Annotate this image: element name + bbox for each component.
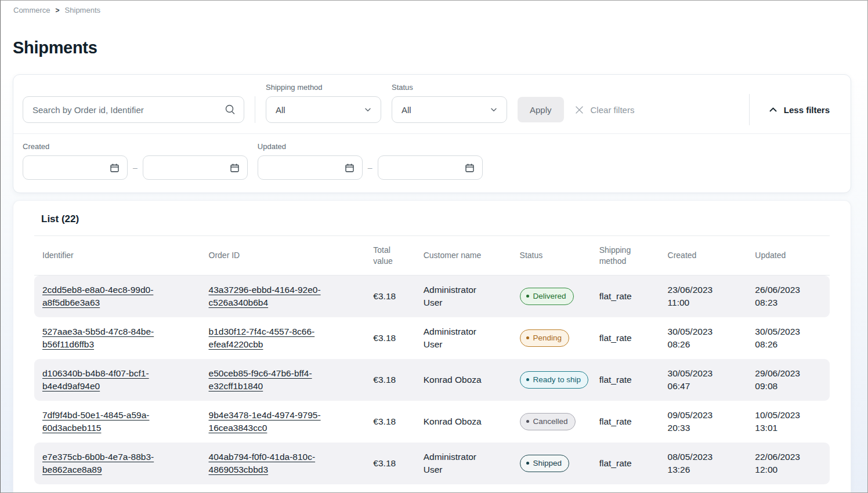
- filters-panel: Shipping method All Status All: [13, 74, 851, 193]
- table-row: 527aae3a-5b5d-47c8-84be-b56f11d6ffb3 b1d…: [34, 317, 830, 359]
- breadcrumb-separator-icon: >: [56, 6, 60, 14]
- page-title: Shipments: [13, 38, 867, 57]
- chevron-down-icon: [363, 105, 372, 114]
- shipments-table: Identifier Order ID Total value Customer…: [34, 235, 830, 484]
- status-label: Status: [392, 83, 507, 92]
- identifier-link[interactable]: 2cdd5eb8-e8a0-4ec8-99d0-a8f5db6e3a63: [42, 285, 153, 307]
- customer-name: Administrator User: [415, 444, 512, 484]
- created-at: 23/06/2023 11:00: [660, 277, 747, 317]
- column-header-shipping-method: Shipping method: [591, 245, 660, 267]
- apply-button[interactable]: Apply: [518, 97, 564, 122]
- table-header-row: Identifier Order ID Total value Customer…: [34, 236, 830, 276]
- less-filters-toggle[interactable]: Less filters: [768, 97, 830, 122]
- column-header-customer-name: Customer name: [415, 250, 512, 261]
- column-header-created: Created: [660, 250, 747, 261]
- table-row: e7e375cb-6b0b-4e7a-88b3-be862ace8a89 404…: [34, 443, 830, 484]
- total-value: €3.18: [365, 325, 415, 351]
- created-at: 09/05/2023 20:33: [660, 402, 747, 442]
- created-range-field: Created –: [23, 142, 248, 180]
- created-at: 30/05/2023 08:26: [660, 318, 747, 358]
- status-badge: Ready to ship: [520, 371, 589, 389]
- status-dot-icon: [526, 462, 529, 465]
- divider-vertical: [255, 96, 255, 123]
- order-id-link[interactable]: 9b4e3478-1e4d-4974-9795-16cea3843cc0: [209, 410, 321, 433]
- total-value: €3.18: [365, 367, 415, 393]
- table-row: 2cdd5eb8-e8a0-4ec8-99d0-a8f5db6e3a63 43a…: [34, 276, 830, 317]
- total-value: €3.18: [365, 408, 415, 435]
- total-value: €3.18: [365, 283, 415, 310]
- calendar-icon: [109, 162, 120, 173]
- identifier-link[interactable]: e7e375cb-6b0b-4e7a-88b3-be862ace8a89: [42, 452, 154, 474]
- updated-at: 10/05/2023 13:01: [747, 402, 830, 442]
- shipments-list-panel: List (22) Identifier Order ID Total valu…: [13, 200, 851, 492]
- shipping-method: flat_rate: [591, 408, 660, 435]
- column-header-identifier: Identifier: [34, 250, 201, 261]
- created-to-input[interactable]: [143, 155, 248, 180]
- column-header-updated: Updated: [747, 250, 830, 261]
- updated-range-field: Updated –: [258, 142, 483, 180]
- identifier-link[interactable]: 7df9f4bd-50e1-4845-a59a-60d3acbeb115: [42, 410, 149, 433]
- table-row: 7df9f4bd-50e1-4845-a59a-60d3acbeb115 9b4…: [34, 401, 830, 443]
- calendar-icon: [229, 162, 240, 173]
- order-id-link[interactable]: 43a37296-ebbd-4164-92e0-c526a340b6b4: [209, 285, 321, 307]
- chevron-up-icon: [768, 105, 778, 115]
- shipping-method: flat_rate: [591, 367, 660, 393]
- customer-name: Konrad Oboza: [415, 367, 512, 393]
- shipping-method: flat_rate: [591, 450, 660, 477]
- search-field: [23, 96, 244, 123]
- shipping-method: flat_rate: [591, 325, 660, 351]
- customer-name: Konrad Oboza: [415, 408, 512, 435]
- created-from-input[interactable]: [23, 155, 128, 180]
- identifier-link[interactable]: 527aae3a-5b5d-47c8-84be-b56f11d6ffb3: [42, 327, 154, 349]
- filters-row-dates: Created –: [13, 133, 851, 193]
- close-icon: [574, 105, 584, 115]
- list-title: List (22): [34, 201, 830, 235]
- status-dot-icon: [526, 378, 529, 381]
- status-select[interactable]: All: [392, 96, 507, 123]
- filters-row-primary: Shipping method All Status All: [13, 75, 851, 133]
- customer-name: Administrator User: [415, 318, 512, 358]
- calendar-icon: [344, 162, 355, 173]
- created-label: Created: [23, 142, 248, 151]
- total-value: €3.18: [365, 450, 415, 477]
- order-id-link[interactable]: 404ab794-f0f0-41da-810c-4869053cbbd3: [209, 452, 316, 474]
- updated-from-input[interactable]: [258, 155, 363, 180]
- updated-at: 26/06/2023 08:23: [747, 277, 830, 317]
- status-badge: Cancelled: [520, 413, 576, 431]
- status-dot-icon: [526, 295, 529, 298]
- status-badge: Pending: [520, 329, 570, 347]
- breadcrumb-shipments[interactable]: Shipments: [65, 6, 100, 14]
- customer-name: Administrator User: [415, 277, 512, 317]
- order-id-link[interactable]: b1d30f12-7f4c-4557-8c66-efeaf4220cbb: [209, 327, 315, 349]
- breadcrumb-commerce[interactable]: Commerce: [13, 6, 50, 14]
- shipping-method-field: Shipping method All: [266, 83, 381, 123]
- shipping-method-select[interactable]: All: [266, 96, 381, 123]
- divider-vertical: [749, 94, 750, 125]
- breadcrumb: Commerce > Shipments: [1, 1, 867, 14]
- main-content: Shipping method All Status All: [1, 72, 867, 492]
- table-row: d106340b-b4b8-4f07-bcf1-b4e4d9af94e0 e50…: [34, 359, 830, 401]
- chevron-down-icon: [489, 105, 498, 114]
- status-badge: Shipped: [520, 455, 570, 473]
- status-badge: Delivered: [520, 288, 574, 306]
- identifier-link[interactable]: d106340b-b4b8-4f07-bcf1-b4e4d9af94e0: [42, 368, 149, 391]
- search-icon: [225, 104, 236, 115]
- order-id-link[interactable]: e50ceb85-f9c6-47b6-bff4-e32cff1b1840: [209, 368, 312, 391]
- clear-filters-button[interactable]: Clear filters: [574, 97, 635, 122]
- status-dot-icon: [526, 420, 529, 423]
- column-header-total-value: Total value: [365, 245, 415, 267]
- shipping-method: flat_rate: [591, 283, 660, 310]
- range-separator: –: [368, 163, 372, 172]
- column-header-status: Status: [512, 250, 591, 261]
- range-separator: –: [133, 163, 138, 172]
- updated-at: 30/05/2023 08:26: [747, 318, 830, 358]
- updated-to-input[interactable]: [378, 155, 483, 180]
- shipping-method-label: Shipping method: [266, 83, 381, 92]
- column-header-order-id: Order ID: [201, 250, 366, 261]
- created-at: 30/05/2023 06:47: [660, 360, 747, 400]
- updated-label: Updated: [258, 142, 483, 151]
- status-field: Status All: [392, 83, 507, 123]
- search-input[interactable]: [23, 96, 244, 123]
- calendar-icon: [464, 162, 475, 173]
- created-at: 08/05/2023 13:26: [660, 444, 747, 484]
